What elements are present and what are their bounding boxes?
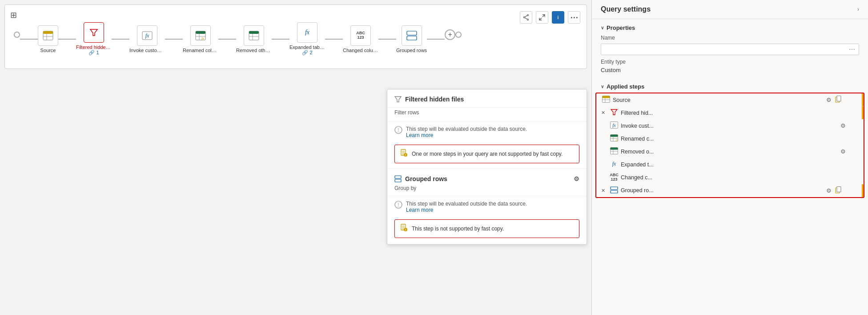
pipeline-strip: ⊞ i ⋯ Sou: [4, 4, 587, 69]
svg-text:fx: fx: [201, 36, 204, 40]
applied-step-invoke[interactable]: fx Invoke cust... ⚙: [596, 119, 864, 132]
invoke-step-icon: fx: [609, 121, 619, 130]
step-removed[interactable]: Removed other c...: [236, 25, 272, 53]
changed-step-name: Changed c...: [621, 174, 858, 181]
more-options-icon[interactable]: ⋯: [568, 11, 580, 24]
name-field[interactable]: ⋯: [601, 44, 859, 55]
name-field-label: Name: [592, 33, 868, 42]
collapse-panel-button[interactable]: ›: [857, 6, 859, 12]
removed-step-icon: [609, 147, 619, 156]
yellow-bar-3: [862, 184, 864, 197]
filtered-tooltip-warning: ! This step will be evaluated outside th…: [387, 121, 587, 141]
yellow-bar-2: [862, 106, 864, 119]
removed-step-gear[interactable]: ⚙: [840, 148, 846, 155]
grouped-fast-copy-text: This step is not supported by fast copy.: [412, 226, 504, 232]
grouped-fast-copy-error: ! This step is not supported by fast cop…: [394, 219, 579, 238]
step-grouped[interactable]: Grouped rows: [396, 25, 427, 53]
step-source-label: Source: [40, 48, 56, 53]
expanded-step-name: Expanded t...: [621, 162, 858, 168]
svg-text:i: i: [558, 15, 559, 20]
connector: [20, 39, 38, 40]
right-panel: Query settings › ∨ Properties Name ⋯ Ent…: [591, 0, 868, 315]
applied-step-filtered[interactable]: ✕ Filtered hid...: [596, 106, 864, 119]
connector: [378, 39, 396, 40]
svg-line-3: [525, 16, 527, 17]
svg-rect-69: [837, 186, 841, 192]
step-expanded-link[interactable]: 🔗 2: [302, 50, 312, 56]
step-removed-label: Removed other c...: [236, 48, 272, 53]
applied-steps-label: Applied steps: [607, 83, 644, 90]
step-filtered-link[interactable]: 🔗 1: [88, 50, 99, 56]
connector: [272, 39, 289, 40]
applied-step-grouped[interactable]: ✕ Grouped ro... ⚙: [596, 184, 864, 197]
svg-rect-26: [407, 31, 417, 35]
grouped-tooltip-warning: ! This step will be evaluated outside th…: [387, 196, 587, 216]
step-expanded[interactable]: fx Expanded table c... 🔗 2: [289, 22, 325, 56]
filtered-step-x[interactable]: ✕: [601, 110, 607, 116]
grouped-step-gear[interactable]: ⚙: [826, 187, 832, 194]
filtered-tooltip-subtitle: Filter rows: [387, 108, 587, 121]
svg-text:fx: fx: [612, 161, 616, 167]
step-source[interactable]: Source: [38, 25, 58, 53]
connector: [165, 39, 183, 40]
applied-step-source[interactable]: Source ⚙: [596, 93, 864, 106]
name-field-more[interactable]: ⋯: [849, 46, 855, 53]
step-invoke-icon: fx: [137, 25, 157, 46]
applied-step-changed[interactable]: ABC123 Changed c...: [596, 171, 864, 184]
svg-line-5: [542, 15, 545, 17]
right-panel-header: Query settings ›: [592, 0, 868, 19]
filtered-tooltip: Filtered hidden files Filter rows ! This…: [387, 89, 587, 245]
grouped-tooltip-warning-text: This step will be evaluated outside the …: [406, 201, 579, 213]
warning-icon-2: !: [394, 201, 402, 210]
info-icon[interactable]: i: [552, 11, 564, 24]
svg-rect-38: [395, 179, 401, 182]
connector: [325, 39, 343, 40]
share-icon[interactable]: [520, 11, 532, 24]
invoke-step-gear[interactable]: ⚙: [840, 122, 846, 129]
source-step-icon: [601, 96, 611, 104]
svg-text:!: !: [405, 153, 406, 157]
source-step-gear[interactable]: ⚙: [826, 97, 832, 103]
step-changed[interactable]: ABC123 Changed column...: [343, 25, 378, 53]
step-changed-icon: ABC123: [350, 25, 371, 46]
step-grouped-label: Grouped rows: [396, 48, 427, 53]
svg-text:!: !: [405, 228, 406, 231]
entity-type-value: Custom: [592, 66, 868, 78]
filtered-tooltip-header: Filtered hidden files: [387, 89, 587, 108]
applied-step-removed[interactable]: Removed o... ⚙: [596, 145, 864, 158]
svg-line-4: [525, 18, 527, 19]
step-renamed[interactable]: fx Renamed columns: [183, 25, 218, 53]
svg-point-2: [524, 17, 525, 18]
applied-step-renamed[interactable]: fx Renamed c...: [596, 132, 864, 145]
svg-rect-62: [611, 148, 618, 150]
removed-step-name: Removed o...: [621, 149, 839, 155]
step-invoke[interactable]: fx Invoke custom fu...: [129, 25, 165, 53]
source-step-copy[interactable]: [835, 96, 841, 104]
filtered-learn-more-link[interactable]: Learn more: [406, 132, 433, 138]
svg-rect-10: [43, 31, 53, 34]
step-filtered[interactable]: Filtered hidden fi... 🔗 1: [76, 22, 112, 56]
pipeline-steps-container: Source Filtered hidden fi... 🔗 1 fx Invo…: [14, 22, 578, 56]
applied-steps-section-header[interactable]: ∨ Applied steps: [592, 78, 868, 92]
table-icon-top: ⊞: [10, 10, 17, 20]
svg-rect-66: [611, 187, 618, 190]
grouped-step-copy[interactable]: [835, 186, 841, 195]
expanded-step-icon: fx: [609, 160, 619, 169]
filtered-fast-copy-error: ! One or more steps in your query are no…: [394, 145, 579, 163]
expand-icon[interactable]: [536, 11, 548, 24]
svg-marker-53: [611, 109, 617, 115]
properties-section-header[interactable]: ∨ Properties: [592, 19, 868, 33]
source-step-name: Source: [613, 97, 824, 103]
grouped-learn-more-link[interactable]: Learn more: [406, 207, 433, 213]
right-panel-title: Query settings: [601, 5, 651, 13]
svg-rect-27: [407, 36, 417, 40]
grouped-step-name: Grouped ro...: [621, 187, 824, 194]
svg-rect-67: [611, 190, 618, 193]
grouped-step-x[interactable]: ✕: [601, 188, 607, 194]
grouped-gear-icon[interactable]: ⚙: [574, 175, 579, 182]
svg-text:!: !: [398, 202, 399, 207]
add-step-button[interactable]: +: [445, 29, 455, 40]
svg-rect-52: [837, 96, 841, 101]
chevron-down-applied-icon: ∨: [601, 84, 604, 89]
applied-step-expanded[interactable]: fx Expanded t...: [596, 158, 864, 171]
